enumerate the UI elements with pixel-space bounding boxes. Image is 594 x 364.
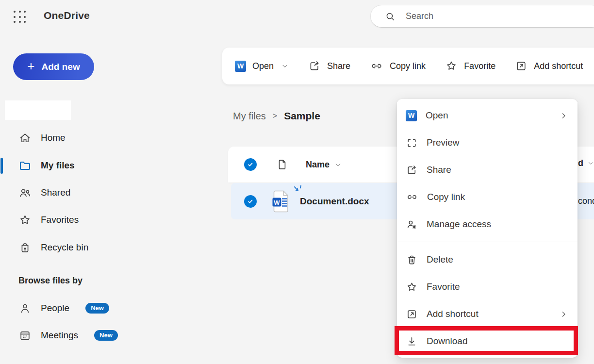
menu-divider [397,242,578,242]
breadcrumb-separator: > [273,112,277,120]
name-column-header[interactable]: Name [306,160,330,170]
word-app-icon: W [235,61,246,72]
word-app-icon: W [406,110,417,121]
product-title: OneDrive [44,10,90,21]
sidebar-item-label: Home [41,132,66,143]
sidebar-item-label: People [41,303,69,314]
browse-files-by-heading: Browse files by [18,276,82,286]
search-bar[interactable] [370,5,594,28]
search-input[interactable] [406,11,566,21]
star-icon [406,281,418,293]
menu-item-copy-link[interactable]: Copy link [397,183,578,211]
menu-item-manage-access[interactable]: Manage access [397,211,578,238]
menu-item-share[interactable]: Share [397,156,578,183]
link-icon [406,191,418,203]
calendar-icon [18,329,32,342]
recycle-bin-icon [18,241,32,254]
onedrive-app: OneDrive W Open Share Copy link [0,0,594,364]
select-all-checkbox[interactable] [244,158,257,171]
download-icon [406,335,418,347]
sidebar-item-home[interactable]: Home [18,130,66,146]
chevron-right-icon [560,310,568,318]
menu-item-preview[interactable]: Preview [397,129,578,156]
menu-item-label: Open [426,110,448,121]
share-icon [308,60,321,72]
add-shortcut-icon [515,60,528,72]
sidebar-item-label: Favorites [41,215,79,225]
trash-icon [406,254,418,266]
sidebar-item-label: Shared [41,187,70,198]
favorite-button-label: Favorite [464,61,495,71]
new-badge: New [94,330,118,341]
selected-nav-indicator [0,158,3,174]
selection-toolbar: W Open Share Copy link Favorite [222,48,594,84]
sidebar-item-recycle-bin[interactable]: Recycle bin [18,239,88,256]
menu-item-label: Manage access [427,219,491,230]
breadcrumb-parent[interactable]: My files [233,111,266,122]
favorite-button[interactable]: Favorite [445,60,495,72]
menu-item-label: Share [427,165,451,175]
chevron-down-icon [587,160,594,167]
menu-item-label: Download [427,336,468,347]
copy-link-button-label: Copy link [390,61,426,71]
chevron-down-icon [281,62,289,70]
menu-item-download[interactable]: Download [397,328,578,355]
sidebar-item-label: Meetings [41,330,78,341]
new-badge: New [85,303,109,314]
clipped-column-header: d [578,158,594,168]
word-file-icon: W [272,190,290,213]
open-button-label: Open [252,61,274,71]
add-new-label: Add new [42,62,80,72]
app-launcher-waffle-icon[interactable] [14,11,26,23]
file-name[interactable]: Document.docx [300,196,369,207]
menu-item-add-shortcut[interactable]: Add shortcut [397,300,578,328]
star-icon [445,60,458,72]
check-icon [247,198,254,205]
menu-item-label: Favorite [427,281,460,292]
document-type-column-icon [276,158,289,171]
star-icon [18,214,32,227]
menu-item-delete[interactable]: Delete [397,246,578,273]
folder-icon [18,159,32,172]
breadcrumb: My files > Sample [233,109,320,123]
add-shortcut-button-label: Add shortcut [534,61,583,71]
breadcrumb-current: Sample [284,110,320,122]
sidebar-item-people[interactable]: People New [18,300,109,316]
open-button[interactable]: W Open [235,61,289,72]
menu-item-open[interactable]: W Open [397,102,578,129]
share-button[interactable]: Share [308,60,350,72]
sidebar-item-favorites[interactable]: Favorites [18,212,79,228]
add-shortcut-icon [406,308,418,320]
check-icon [247,161,254,168]
search-icon [384,11,396,22]
manage-access-icon [406,218,418,231]
chevron-right-icon [560,112,568,120]
click-indicator-icon [293,184,304,197]
chevron-down-icon [334,161,342,168]
add-new-button[interactable]: + Add new [13,53,94,80]
sidebar-item-meetings[interactable]: Meetings New [18,327,118,344]
row-checkbox-checked[interactable] [244,195,257,208]
clipped-header-text: d [578,158,583,168]
link-icon [370,59,383,73]
menu-item-label: Delete [427,254,453,265]
preview-icon [406,137,418,149]
add-shortcut-button[interactable]: Add shortcut [515,60,583,72]
share-button-label: Share [327,61,350,71]
clipped-modified-cell: cond [578,196,594,206]
redacted-account-label [5,100,71,120]
sidebar-item-label: Recycle bin [41,242,88,253]
context-menu: W Open Preview Share Copy link [397,99,578,358]
copy-link-button[interactable]: Copy link [370,59,426,73]
sidebar-item-shared[interactable]: Shared [18,184,70,201]
menu-item-favorite[interactable]: Favorite [397,273,578,300]
sidebar-item-my-files[interactable]: My files [18,157,75,174]
home-icon [18,132,32,145]
menu-item-label: Copy link [427,192,465,202]
plus-icon: + [27,60,34,72]
person-icon [18,302,32,315]
svg-text:W: W [274,199,280,206]
menu-item-label: Add shortcut [427,309,478,319]
menu-item-label: Preview [427,137,460,148]
people-icon [18,186,32,199]
